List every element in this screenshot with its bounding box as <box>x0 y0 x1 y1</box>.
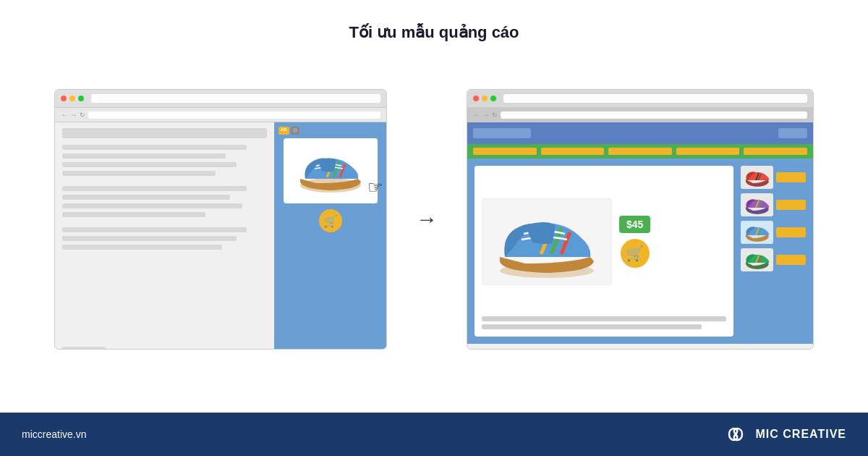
right-browser: ← → ↻ <box>467 89 814 350</box>
text-line <box>62 195 230 200</box>
dot-green <box>78 96 84 101</box>
thumb-shoe-1 <box>743 167 772 187</box>
main-content: ← → ↻ <box>0 42 868 397</box>
menu-item-4 <box>676 148 740 155</box>
thumb-btn-3[interactable] <box>776 227 806 237</box>
menu-item-3 <box>608 148 672 155</box>
thumb-btn-4[interactable] <box>776 255 806 265</box>
brand-logo <box>723 426 749 442</box>
cart-icon-left: 🛒 <box>323 214 338 228</box>
desc-line-1 <box>482 316 726 321</box>
text-line <box>62 203 242 208</box>
site-header <box>467 122 813 144</box>
menu-item-2 <box>541 148 605 155</box>
thumb-shoe-2 <box>743 195 772 215</box>
cart-button-right[interactable]: 🛒 <box>621 239 650 268</box>
thumb-box-3 <box>741 221 773 244</box>
text-line <box>62 171 216 176</box>
right-browser-body: $45 🛒 <box>467 122 813 344</box>
footer: miccreative.vn MIC CREATIVE <box>0 413 868 456</box>
ad-unit: AD ⓘ <box>274 122 386 350</box>
thumb-item-3 <box>741 221 806 244</box>
text-line <box>62 153 226 159</box>
menu-item-1 <box>473 148 537 155</box>
dot-yellow <box>69 96 75 101</box>
arrow: → <box>416 207 438 232</box>
text-line <box>62 145 247 150</box>
cursor-hand: ☞ <box>367 177 383 198</box>
left-browser: ← → ↻ <box>54 89 387 350</box>
thumb-btn-1[interactable] <box>776 172 806 182</box>
text-line <box>62 212 205 217</box>
dot-red-right <box>473 96 479 101</box>
product-description <box>482 316 726 329</box>
product-image-area: $45 🛒 <box>482 173 726 311</box>
right-nav-url-bar <box>501 111 807 119</box>
cart-badge-left: 🛒 <box>319 209 342 232</box>
dot-red <box>61 96 67 101</box>
shoe-illustration-left <box>294 145 367 196</box>
product-area: $45 🛒 <box>467 159 813 344</box>
thumb-box-1 <box>741 166 773 189</box>
menu-item-5 <box>744 148 807 155</box>
footer-url: miccreative.vn <box>22 428 86 440</box>
footer-brand: MIC CREATIVE <box>723 426 846 442</box>
url-bar-right <box>503 94 807 103</box>
text-line <box>62 186 247 191</box>
bottom-row <box>62 347 267 350</box>
text-line <box>62 162 237 167</box>
thumb-item-2 <box>741 193 806 216</box>
ad-shoe-container: ☞ <box>284 138 378 203</box>
shoe-illustration-right <box>489 202 605 282</box>
thumb-box-2 <box>741 193 773 216</box>
search-results-text <box>55 122 274 350</box>
browser-nav: ← → ↻ <box>55 108 386 122</box>
right-browser-top-bar <box>467 90 813 108</box>
thumb-item-4 <box>741 248 806 271</box>
right-browser-nav: ← → ↻ <box>467 108 813 122</box>
thumb-box-4 <box>741 248 773 271</box>
search-content: AD ⓘ <box>55 122 386 350</box>
cart-icon-right: 🛒 <box>626 245 644 262</box>
page-title: Tối ưu mẫu quảng cáo <box>0 0 868 42</box>
thumb-item-1 <box>741 166 806 189</box>
brand-name: MIC CREATIVE <box>756 428 846 441</box>
product-image-box <box>482 198 612 285</box>
thumb-shoe-3 <box>743 222 772 242</box>
text-line <box>62 236 237 241</box>
image-placeholder <box>62 347 106 350</box>
nav-url-bar <box>88 111 380 119</box>
ad-badge: AD ⓘ <box>278 127 299 135</box>
dot-yellow-right <box>482 96 488 101</box>
site-menu <box>467 144 813 159</box>
ad-label: AD <box>278 127 289 135</box>
thumb-btn-2[interactable] <box>776 200 806 210</box>
ad-info: ⓘ <box>291 127 299 135</box>
thumb-shoe-4 <box>743 250 772 270</box>
text-line <box>62 245 222 250</box>
text-line <box>62 227 247 232</box>
product-actions: $45 🛒 <box>619 216 650 268</box>
desc-line-2 <box>482 324 702 329</box>
product-card: $45 🛒 <box>475 166 733 337</box>
browser-top-bar <box>55 90 386 108</box>
price-badge: $45 <box>619 216 650 233</box>
dot-green-right <box>490 96 496 101</box>
product-sidebar <box>741 166 806 337</box>
search-bar <box>62 128 267 138</box>
url-bar-placeholder <box>91 94 380 103</box>
